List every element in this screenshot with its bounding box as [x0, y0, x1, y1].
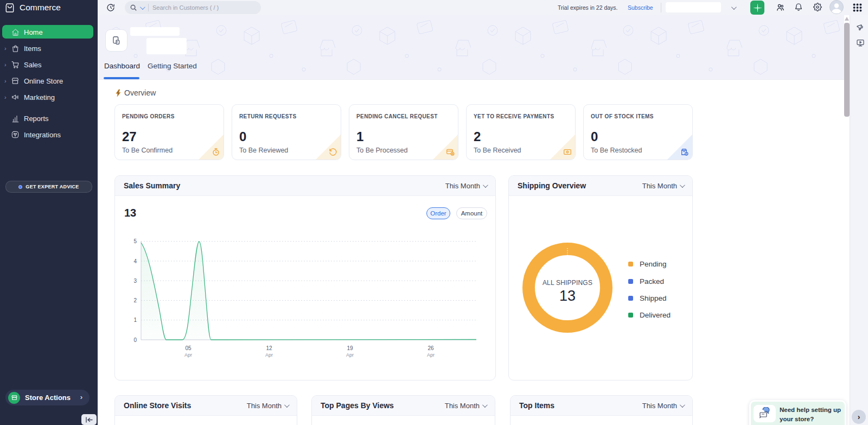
svg-text:Apr: Apr [184, 352, 192, 358]
svg-text:12: 12 [266, 345, 272, 351]
svg-text:3: 3 [133, 278, 137, 284]
svg-text:0: 0 [133, 337, 137, 343]
svg-text:05: 05 [185, 345, 192, 351]
svg-text:26: 26 [427, 345, 434, 351]
svg-text:19: 19 [347, 345, 353, 351]
svg-text:Apr: Apr [427, 352, 435, 358]
svg-text:2: 2 [133, 297, 137, 303]
svg-text:Apr: Apr [265, 352, 273, 358]
svg-text:4: 4 [133, 258, 137, 264]
svg-text:5: 5 [133, 238, 137, 244]
svg-text:1: 1 [133, 317, 137, 323]
svg-text:Apr: Apr [346, 352, 354, 358]
